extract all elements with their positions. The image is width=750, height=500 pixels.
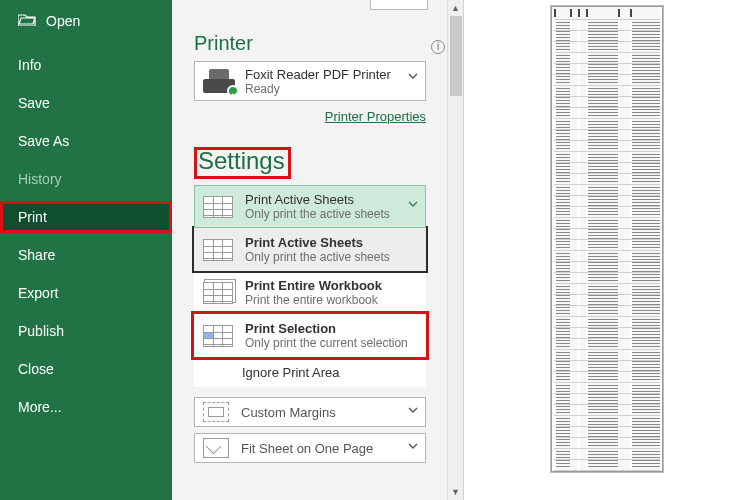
scroll-down-icon[interactable]: ▼	[448, 484, 463, 500]
scroll-thumb[interactable]	[450, 16, 462, 96]
sheet-icon	[203, 239, 233, 261]
sidebar-open-label: Open	[46, 13, 80, 29]
sidebar-item-history: History	[0, 163, 172, 195]
sidebar-item-save-as[interactable]: Save As	[0, 125, 172, 157]
panel-scrollbar[interactable]: ▲ ▼	[447, 0, 463, 500]
print-settings-panel: i Printer Foxit Reader PDF Printer Ready…	[172, 0, 464, 500]
printer-properties-link-row: Printer Properties	[194, 107, 426, 125]
settings-heading: Settings	[194, 147, 291, 179]
chevron-down-icon	[407, 196, 419, 214]
sidebar-item-publish[interactable]: Publish	[0, 315, 172, 347]
printer-selector[interactable]: Foxit Reader PDF Printer Ready	[194, 61, 426, 101]
info-icon[interactable]: i	[431, 40, 445, 54]
sidebar-item-export[interactable]: Export	[0, 277, 172, 309]
workbook-icon	[203, 282, 233, 304]
scroll-up-icon[interactable]: ▲	[448, 0, 463, 16]
backstage-sidebar: Open Info Save Save As History Print Sha…	[0, 0, 172, 500]
selected-option-title: Print Active Sheets	[245, 192, 390, 207]
fit-page-icon	[203, 438, 229, 458]
option-ignore-print-area[interactable]: Ignore Print Area	[194, 357, 426, 387]
selection-icon	[203, 325, 233, 347]
option-print-entire-workbook[interactable]: Print Entire Workbook Print the entire w…	[194, 271, 426, 314]
margins-selector[interactable]: Custom Margins	[194, 397, 426, 427]
selected-option-sub: Only print the active sheets	[245, 207, 390, 221]
preview-page	[551, 6, 663, 472]
print-what-selector[interactable]: Print Active Sheets Only print the activ…	[194, 185, 426, 228]
printer-icon	[203, 69, 235, 93]
folder-open-icon	[18, 12, 36, 29]
print-button-partial[interactable]	[370, 0, 428, 10]
printer-heading: Printer	[194, 32, 455, 55]
option-print-selection[interactable]: Print Selection Only print the current s…	[194, 314, 426, 357]
sidebar-item-close[interactable]: Close	[0, 353, 172, 385]
chevron-down-icon	[407, 68, 419, 86]
sheet-icon	[203, 196, 233, 218]
sidebar-item-info[interactable]: Info	[0, 49, 172, 81]
sidebar-item-save[interactable]: Save	[0, 87, 172, 119]
sidebar-item-print[interactable]: Print	[0, 201, 172, 233]
sidebar-item-more[interactable]: More...	[0, 391, 172, 423]
printer-name: Foxit Reader PDF Printer	[245, 67, 391, 82]
chevron-down-icon	[407, 440, 419, 455]
printer-properties-link[interactable]: Printer Properties	[325, 109, 426, 124]
margins-icon	[203, 402, 229, 422]
printer-status: Ready	[245, 82, 391, 96]
chevron-down-icon	[407, 404, 419, 419]
sidebar-item-open[interactable]: Open	[0, 8, 172, 43]
scaling-selector[interactable]: Fit Sheet on One Page	[194, 433, 426, 463]
print-preview-area	[464, 0, 750, 500]
sidebar-item-share[interactable]: Share	[0, 239, 172, 271]
option-print-active-sheets[interactable]: Print Active Sheets Only print the activ…	[194, 228, 426, 271]
